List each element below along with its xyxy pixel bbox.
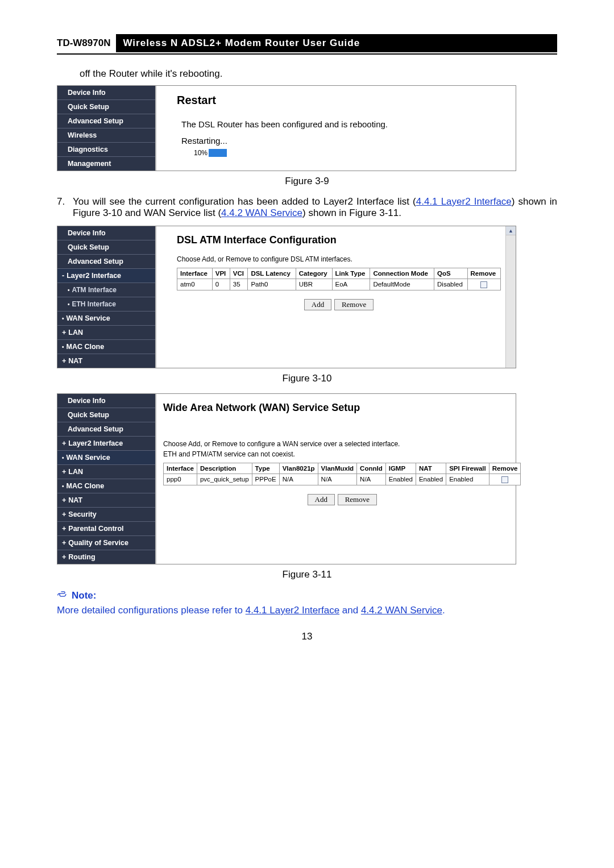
restarting-label: Restarting... — [181, 136, 507, 146]
col-category: Category — [296, 268, 332, 279]
figure-3-11: Device InfoQuick SetupAdvanced SetupLaye… — [57, 393, 516, 564]
table-cell: Enabled — [416, 474, 446, 485]
table-cell: 0 — [212, 279, 230, 290]
progress-bar — [209, 149, 391, 157]
dsl-atm-heading: DSL ATM Interface Configuration — [177, 234, 501, 246]
sidebar-item-diagnostics[interactable]: Diagnostics — [57, 142, 155, 156]
col-type: Type — [252, 463, 279, 474]
sidebar-item-atm-interface[interactable]: ATM Interface — [57, 283, 155, 297]
dsl-atm-panel: DSL ATM Interface Configuration Choose A… — [155, 226, 516, 368]
col-remove: Remove — [489, 463, 521, 474]
col-vpi: VPI — [212, 268, 230, 279]
col-vci: VCI — [230, 268, 248, 279]
col-vlanmuxid: VlanMuxId — [318, 463, 357, 474]
restart-message: The DSL Router has been configured and i… — [181, 119, 507, 129]
sidebar-item-device-info[interactable]: Device Info — [57, 86, 155, 99]
remove-checkbox[interactable] — [480, 281, 487, 288]
figure-3-9: Device Info Quick Setup Advanced Setup W… — [57, 85, 516, 171]
link-layer2-interface[interactable]: 4.4.1 Layer2 Interface — [416, 196, 512, 207]
table-cell: Enabled — [385, 474, 416, 485]
col-qos: QoS — [434, 268, 467, 279]
sidebar-item-layer2-interface[interactable]: Layer2 Interface — [57, 436, 155, 450]
link-layer2-interface[interactable]: 4.4.1 Layer2 Interface — [246, 605, 339, 616]
col-interface: Interface — [164, 463, 197, 474]
doc-header: TD-W8970N Wireless N ADSL2+ Modem Router… — [57, 34, 557, 55]
sidebar-item-routing[interactable]: Routing — [57, 550, 155, 564]
remove-cell — [489, 474, 521, 485]
wan-service-table: InterfaceDescriptionTypeVlan8021pVlanMux… — [163, 463, 521, 485]
sidebar-item-security[interactable]: Security — [57, 507, 155, 521]
sidebar-item-nat[interactable]: NAT — [57, 354, 155, 368]
sidebar-item-nat[interactable]: NAT — [57, 493, 155, 507]
wan-service-panel: Wide Area Network (WAN) Service Setup Ch… — [155, 394, 525, 564]
router-sidebar: Device InfoQuick SetupAdvanced SetupLaye… — [57, 394, 155, 564]
figure-caption: Figure 3-10 — [57, 373, 557, 384]
dsl-atm-description: Choose Add, or Remove to configure DSL A… — [177, 255, 501, 263]
scroll-up-arrow[interactable]: ▲ — [506, 226, 516, 235]
note-heading: Note: — [57, 589, 557, 601]
restart-heading: Restart — [177, 94, 507, 107]
continuation-text: off the Router while it's rebooting. — [80, 68, 557, 80]
table-cell: Path0 — [248, 279, 296, 290]
table-cell: ppp0 — [164, 474, 197, 485]
table-cell: Enabled — [446, 474, 489, 485]
table-cell: atm0 — [177, 279, 213, 290]
restart-panel: Restart The DSL Router has been configur… — [155, 86, 516, 171]
col-nat: NAT — [416, 463, 446, 474]
sidebar-item-lan[interactable]: LAN — [57, 325, 155, 339]
col-vlan8021p: Vlan8021p — [279, 463, 318, 474]
table-cell: N/A — [279, 474, 318, 485]
sidebar-item-management[interactable]: Management — [57, 156, 155, 171]
sidebar-item-advanced-setup[interactable]: Advanced Setup — [57, 114, 155, 128]
progress-percent: 10% — [194, 149, 208, 157]
model-number: TD-W8970N — [57, 34, 116, 52]
wan-service-description-1: Choose Add, or Remove to configure a WAN… — [163, 440, 521, 448]
sidebar-item-mac-clone[interactable]: MAC Clone — [57, 339, 155, 354]
sidebar-item-quick-setup[interactable]: Quick Setup — [57, 99, 155, 114]
sidebar-item-mac-clone[interactable]: MAC Clone — [57, 479, 155, 493]
wan-service-description-2: ETH and PTM/ATM service can not coexist. — [163, 450, 521, 458]
remove-cell — [467, 279, 501, 290]
sidebar-item-wan-service[interactable]: WAN Service — [57, 311, 155, 325]
table-cell: UBR — [296, 279, 332, 290]
sidebar-item-quality-of-service[interactable]: Quality of Service — [57, 535, 155, 550]
sidebar-item-eth-interface[interactable]: ETH Interface — [57, 297, 155, 311]
sidebar-item-device-info[interactable]: Device Info — [57, 226, 155, 240]
add-button[interactable]: Add — [308, 494, 335, 505]
sidebar-item-quick-setup[interactable]: Quick Setup — [57, 240, 155, 254]
table-cell: pvc_quick_setup — [197, 474, 252, 485]
remove-button[interactable]: Remove — [338, 494, 377, 505]
sidebar-item-lan[interactable]: LAN — [57, 464, 155, 479]
sidebar-item-wireless[interactable]: Wireless — [57, 128, 155, 142]
router-sidebar: Device Info Quick Setup Advanced Setup W… — [57, 86, 155, 171]
table-cell: EoA — [332, 279, 370, 290]
sidebar-item-layer2-interface[interactable]: Layer2 Interface — [57, 268, 155, 283]
sidebar-item-device-info[interactable]: Device Info — [57, 394, 155, 408]
link-wan-service[interactable]: 4.4.2 WAN Service — [361, 605, 442, 616]
add-button[interactable]: Add — [304, 299, 331, 310]
table-cell: Disabled — [434, 279, 467, 290]
progress-row: 10% — [194, 149, 507, 157]
atm-interface-table: InterfaceVPIVCIDSL LatencyCategoryLink T… — [177, 268, 501, 290]
remove-button[interactable]: Remove — [334, 299, 374, 310]
sidebar-item-advanced-setup[interactable]: Advanced Setup — [57, 254, 155, 268]
hand-point-icon — [57, 589, 68, 601]
sidebar-item-wan-service[interactable]: WAN Service — [57, 450, 155, 464]
link-wan-service[interactable]: 4.4.2 WAN Service — [221, 207, 302, 218]
col-igmp: IGMP — [385, 463, 416, 474]
guide-title: Wireless N ADSL2+ Modem Router User Guid… — [116, 34, 557, 52]
sidebar-item-parental-control[interactable]: Parental Control — [57, 521, 155, 535]
table-cell: N/A — [318, 474, 357, 485]
sidebar-item-quick-setup[interactable]: Quick Setup — [57, 408, 155, 422]
table-cell: DefaultMode — [370, 279, 434, 290]
table-cell: 35 — [230, 279, 248, 290]
col-description: Description — [197, 463, 252, 474]
page-number: 13 — [57, 631, 557, 642]
sidebar-item-advanced-setup[interactable]: Advanced Setup — [57, 422, 155, 436]
scrollbar[interactable]: ▲ — [505, 226, 516, 368]
remove-checkbox[interactable] — [501, 476, 508, 483]
col-link-type: Link Type — [332, 268, 370, 279]
col-remove: Remove — [467, 268, 501, 279]
step-7-paragraph: 7. You will see the current configuratio… — [57, 196, 557, 219]
col-connection-mode: Connection Mode — [370, 268, 434, 279]
